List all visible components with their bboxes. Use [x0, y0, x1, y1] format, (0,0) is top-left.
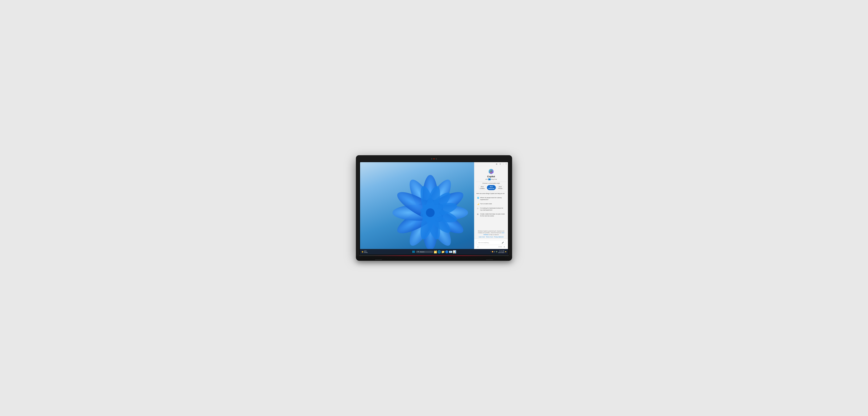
style-precise-button[interactable]: MorePrecise [496, 185, 504, 190]
grid-icon[interactable]: ⊞ [495, 163, 498, 165]
camera-lens [433, 158, 435, 159]
win-pane-1 [412, 251, 413, 251]
disclaimer-main: Windows Copilot is powered by AI. Surpri… [478, 230, 504, 234]
wallpaper-flower [375, 162, 486, 255]
suggestion-meals-text: Create a table that helps me plan meals … [480, 213, 505, 217]
suggestion-furniture-text: I'm looking for handmade furniture for m… [480, 207, 505, 211]
laptop-body: ⊞ ⟲ ─ ✕ [356, 155, 512, 256]
weather-info: 78°F Sunny [364, 250, 368, 253]
taskbar-app-3[interactable]: 📁 [441, 250, 444, 253]
clock-time: 11:11 AM [498, 250, 504, 252]
weather-widget[interactable]: ☀️ 78°F Sunny [362, 250, 368, 253]
taskbar-app-5[interactable]: 📧 [449, 250, 452, 253]
privacy-link[interactable]: Privacy statement [494, 236, 504, 238]
input-placeholder: Ask me anything... [478, 242, 490, 243]
disclaimer-suffix: to help us improve [489, 234, 499, 235]
laptop-bottom [356, 256, 512, 261]
notification-icon[interactable]: 🔔 [505, 251, 506, 252]
search-icon: 🔍 [417, 251, 419, 252]
taskbar-left: ☀️ 78°F Sunny [362, 250, 368, 253]
style-buttons-group: MoreCreative MoreBalanced MorePrecise [474, 185, 508, 192]
moon-icon: 🌙 [477, 203, 479, 205]
foot-left [375, 259, 382, 260]
weather-icon: ☀️ [362, 251, 364, 253]
footer-links: Learn more Terms of use Privacy statemen… [476, 236, 506, 238]
tray-chevron[interactable]: ⌃ [490, 251, 491, 252]
copilot-logo-icon [488, 168, 494, 175]
bing-chat-badge: with b Bing Chat [485, 178, 497, 180]
copilot-footer: Windows Copilot is powered by AI. Surpri… [474, 229, 508, 239]
copilot-input-area: Ask me anything... 🎤 ☺ 0/4000 ➤ [474, 239, 508, 249]
table-icon: ⊞ [477, 213, 479, 215]
laptop-feet [375, 259, 493, 260]
taskbar-app-4[interactable]: 🔵 [445, 250, 448, 253]
camera-bar [359, 157, 509, 160]
subtitle-with: with [485, 178, 488, 180]
chat-input-box[interactable]: Ask me anything... 🎤 [476, 240, 506, 245]
weather-condition: Sunny [364, 252, 368, 253]
laptop: ⊞ ⟲ ─ ✕ [356, 155, 512, 261]
clock-date: 10/27/2023 [498, 252, 504, 253]
minimize-button[interactable]: ─ [502, 163, 504, 165]
clock[interactable]: 11:11 AM 10/27/2023 [498, 250, 504, 253]
suggestion-darkmode-text: Turn on dark mode [480, 203, 492, 205]
suggestion-travel[interactable]: 🌐 Where do people travel for culinary ex… [475, 196, 507, 202]
suggestion-furniture[interactable]: ◇ I'm looking for handmade furniture for… [475, 206, 507, 212]
red-accent [356, 256, 512, 256]
copilot-titlebar: ⊞ ⟲ ─ ✕ [474, 162, 508, 166]
bing-logo-icon: b [488, 178, 491, 180]
style-balanced-button[interactable]: MoreBalanced [487, 185, 496, 190]
diamond-icon: ◇ [477, 207, 479, 209]
close-button[interactable]: ✕ [505, 163, 507, 165]
taskbar-right: ⌃ 📶 🔊 🔋 11:11 AM 10/27/2023 🔔 [490, 250, 506, 253]
win-pane-3 [412, 252, 413, 253]
copilot-header: Copilot with b Bing Chat [474, 166, 508, 182]
suggestion-darkmode[interactable]: 🌙 Turn on dark mode [475, 202, 507, 206]
globe-icon: 🌐 [477, 197, 479, 199]
weather-temp: 78°F [364, 250, 368, 252]
suggestion-travel-text: Where do people travel for culinary expe… [480, 197, 505, 201]
bing-chat-label: Bing Chat [491, 178, 497, 180]
screen-bezel: ⊞ ⟲ ─ ✕ [359, 161, 509, 256]
system-tray: ⌃ 📶 🔊 🔋 [490, 251, 498, 252]
history-icon[interactable]: ⟲ [499, 163, 501, 165]
input-actions: 0/4000 ➤ [498, 245, 505, 248]
help-text: Here are some things Copilot can help yo… [474, 192, 508, 196]
svg-text:b: b [489, 179, 489, 180]
screen: ⊞ ⟲ ─ ✕ [360, 162, 508, 255]
battery-icon[interactable]: 🔋 [496, 251, 498, 252]
camera-sensor [431, 158, 432, 159]
style-creative-button[interactable]: MoreCreative [478, 185, 486, 190]
network-icon[interactable]: 📶 [492, 251, 493, 252]
disclaimer-text: Windows Copilot is powered by AI. Surpri… [476, 230, 506, 236]
taskbar-app-1[interactable]: 🗂️ [434, 250, 437, 253]
copilot-title: Copilot [487, 175, 495, 178]
foot-right [486, 259, 493, 260]
windows-start-button[interactable] [412, 250, 415, 253]
laptop-hinge [359, 255, 509, 256]
svg-point-20 [426, 208, 435, 217]
taskbar-app-6[interactable]: 📊 [453, 250, 456, 253]
camera-indicator [436, 158, 437, 159]
search-label: Search [420, 251, 424, 252]
taskbar-search[interactable]: 🔍 Search [416, 251, 433, 253]
input-counter-row: ☺ 0/4000 ➤ [476, 245, 506, 248]
windows-logo-icon [412, 251, 414, 253]
taskbar: ☀️ 78°F Sunny [360, 249, 508, 255]
learn-more-link[interactable]: Learn more [478, 236, 485, 238]
copilot-panel: ⊞ ⟲ ─ ✕ [474, 162, 508, 249]
mic-icon[interactable]: 🎤 [501, 241, 504, 244]
suggestion-meals[interactable]: ⊞ Create a table that helps me plan meal… [475, 212, 507, 218]
win-pane-2 [414, 251, 414, 251]
taskbar-center: 🔍 Search 🗂️ 🌐 📁 🔵 📧 📊 [412, 250, 456, 253]
taskbar-app-2[interactable]: 🌐 [438, 250, 441, 253]
sound-icon[interactable]: 🔊 [494, 251, 495, 252]
win-pane-4 [414, 252, 414, 253]
feedback-icon[interactable]: ☺ [477, 245, 479, 248]
char-counter: 0/4000 [498, 246, 502, 247]
send-button[interactable]: ➤ [503, 245, 505, 248]
terms-link[interactable]: Terms of use [486, 236, 493, 238]
conversation-style-label: Choose a conversation style [474, 182, 508, 185]
